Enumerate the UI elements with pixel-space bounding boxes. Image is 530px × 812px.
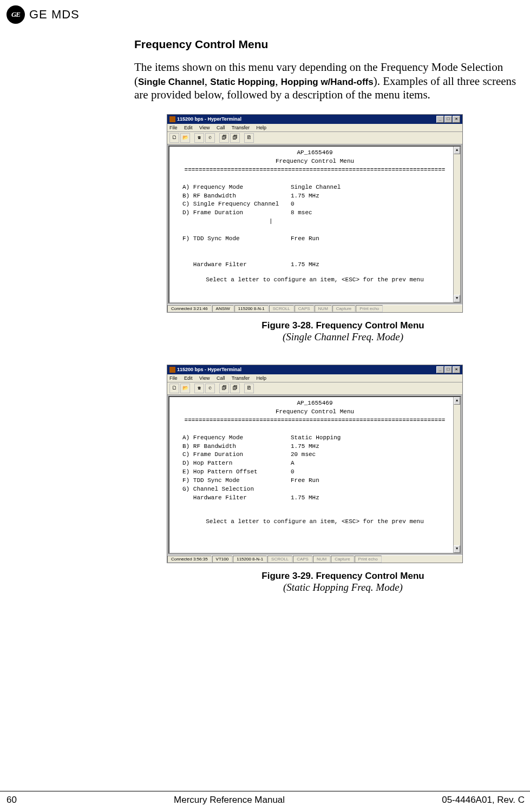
status-scroll: SCROLL bbox=[269, 305, 294, 312]
section-paragraph: The items shown on this menu vary depend… bbox=[134, 61, 519, 102]
separator: , bbox=[275, 75, 281, 88]
toolbar-properties-icon[interactable]: 🖹 bbox=[244, 133, 254, 143]
close-button[interactable]: × bbox=[453, 116, 460, 123]
brand-text: GE MDS bbox=[29, 8, 80, 22]
main-content: Frequency Control Menu The items shown o… bbox=[134, 8, 519, 593]
menu-file[interactable]: File bbox=[169, 125, 178, 130]
minimize-button[interactable]: _ bbox=[436, 116, 444, 123]
toolbar-connect-icon[interactable]: ☎ bbox=[194, 384, 204, 393]
close-button[interactable]: × bbox=[453, 366, 460, 373]
menu-row-c: C) Frame Duration20 msec bbox=[182, 451, 457, 459]
document-page: GE GE MDS Frequency Control Menu The ite… bbox=[0, 0, 530, 812]
terminal-body[interactable]: AP_1655469 Frequency Control Menu ======… bbox=[168, 146, 461, 303]
row-value: Free Run bbox=[291, 235, 319, 243]
toolbar-connect-icon[interactable]: ☎ bbox=[194, 133, 204, 143]
app-icon bbox=[169, 116, 175, 122]
menu-call[interactable]: Call bbox=[217, 125, 225, 130]
menu-row-d: D) Frame Duration8 msec bbox=[182, 209, 457, 217]
page-number: 60 bbox=[0, 795, 17, 806]
toolbar-send-icon[interactable]: 🗐 bbox=[219, 133, 229, 143]
toolbar-disconnect-icon[interactable]: ✆ bbox=[205, 133, 215, 143]
page-footer: 60 Mercury Reference Manual 05-4446A01, … bbox=[0, 791, 530, 806]
toolbar-open-icon[interactable]: 📂 bbox=[180, 384, 190, 393]
terminal-ap-id: AP_1655469 bbox=[173, 399, 457, 408]
terminal-footer-msg: Select a letter to configure an item, <E… bbox=[173, 276, 457, 285]
terminal-rule: ========================================… bbox=[173, 166, 457, 175]
row-value: Free Run bbox=[291, 477, 319, 485]
figure-1-caption: Figure 3-28. Frequency Control Menu (Sin… bbox=[167, 320, 519, 343]
toolbar-disconnect-icon[interactable]: ✆ bbox=[205, 384, 215, 393]
scroll-down-icon[interactable]: ▼ bbox=[454, 295, 460, 302]
menu-row-a: A) Frequency ModeSingle Channel bbox=[182, 183, 457, 192]
status-emulation: ANSIW bbox=[212, 305, 234, 312]
row-label: A) Frequency Mode bbox=[182, 183, 291, 192]
option-static-hopping: Static Hopping bbox=[210, 77, 275, 87]
row-label: F) TDD Sync Mode bbox=[182, 235, 291, 243]
menu-view[interactable]: View bbox=[199, 375, 210, 381]
row-value: Static Hopping bbox=[291, 434, 341, 443]
row-label: F) TDD Sync Mode bbox=[182, 477, 291, 485]
figure-title: Figure 3-28. Frequency Control Menu bbox=[167, 320, 519, 331]
row-label: G) Channel Selection bbox=[182, 485, 291, 494]
status-capture: Capture bbox=[331, 556, 354, 563]
row-label: Hardware Filter bbox=[182, 261, 291, 269]
menu-edit[interactable]: Edit bbox=[184, 375, 193, 381]
menu-transfer[interactable]: Transfer bbox=[232, 375, 250, 381]
terminal-heading: Frequency Control Menu bbox=[173, 157, 457, 166]
maximize-button[interactable]: □ bbox=[444, 116, 452, 123]
status-print: Print echo bbox=[355, 556, 382, 563]
toolbar-properties-icon[interactable]: 🖹 bbox=[244, 384, 254, 393]
menu-help[interactable]: Help bbox=[257, 375, 267, 381]
status-capture: Capture bbox=[332, 305, 355, 312]
maximize-button[interactable]: □ bbox=[444, 366, 452, 373]
app-icon bbox=[169, 367, 175, 373]
toolbar-send-icon[interactable]: 🗐 bbox=[219, 384, 229, 393]
toolbar-new-icon[interactable]: 🗋 bbox=[169, 384, 179, 393]
row-value: Single Channel bbox=[291, 183, 341, 192]
scroll-down-icon[interactable]: ▼ bbox=[454, 545, 460, 553]
row-value: 20 msec bbox=[291, 451, 316, 459]
row-value: 1.75 MHz bbox=[291, 261, 319, 269]
menu-row-a: A) Frequency ModeStatic Hopping bbox=[182, 434, 457, 443]
minimize-button[interactable]: _ bbox=[436, 366, 444, 373]
window-title-bar: 115200 bps - HyperTerminal _ □ × bbox=[167, 115, 462, 124]
terminal-body[interactable]: AP_1655469 Frequency Control Menu ======… bbox=[168, 396, 461, 554]
status-num: NUM bbox=[313, 556, 330, 563]
hyperterminal-window: 115200 bps - HyperTerminal _ □ × File Ed… bbox=[167, 114, 463, 313]
scroll-up-icon[interactable]: ▲ bbox=[454, 397, 460, 405]
terminal-ap-id: AP_1655469 bbox=[173, 149, 457, 157]
row-label: C) Single Frequency Channel bbox=[182, 200, 291, 209]
scrollbar[interactable]: ▲ ▼ bbox=[453, 397, 460, 553]
toolbar-receive-icon[interactable]: 🗐 bbox=[230, 384, 240, 393]
menu-call[interactable]: Call bbox=[217, 375, 225, 381]
menu-file[interactable]: File bbox=[169, 375, 178, 381]
row-label: C) Frame Duration bbox=[182, 451, 291, 459]
row-value: 1.75 MHz bbox=[291, 443, 319, 451]
scrollbar[interactable]: ▲ ▼ bbox=[453, 147, 460, 302]
row-label: D) Frame Duration bbox=[182, 209, 291, 217]
option-single-channel: Single Channel bbox=[138, 77, 205, 87]
revision-id: 05-4446A01, Rev. C bbox=[442, 795, 530, 806]
menu-row-d: D) Hop PatternA bbox=[182, 459, 457, 468]
menu-help[interactable]: Help bbox=[257, 125, 267, 130]
row-label: A) Frequency Mode bbox=[182, 434, 291, 443]
terminal-footer-msg: Select a letter to configure an item, <E… bbox=[173, 518, 457, 526]
row-label: E) Hop Pattern Offset bbox=[182, 468, 291, 477]
menu-row-b: B) RF Bandwidth1.75 MHz bbox=[182, 443, 457, 451]
row-label: B) RF Bandwidth bbox=[182, 443, 291, 451]
row-label: D) Hop Pattern bbox=[182, 459, 291, 468]
toolbar-receive-icon[interactable]: 🗐 bbox=[230, 133, 240, 143]
scroll-up-icon[interactable]: ▲ bbox=[454, 147, 460, 154]
menu-edit[interactable]: Edit bbox=[184, 125, 193, 130]
menu-view[interactable]: View bbox=[199, 125, 210, 130]
row-value: 0 bbox=[291, 468, 295, 477]
status-caps: CAPS bbox=[295, 305, 314, 312]
menu-transfer[interactable]: Transfer bbox=[232, 125, 250, 130]
toolbar-new-icon[interactable]: 🗋 bbox=[169, 133, 179, 143]
status-connected: Connected 3:21:46 bbox=[167, 305, 212, 312]
toolbar-open-icon[interactable]: 📂 bbox=[180, 133, 190, 143]
row-label: B) RF Bandwidth bbox=[182, 192, 291, 201]
status-emulation: VT100 bbox=[212, 556, 233, 563]
row-value: 1.75 MHz bbox=[291, 494, 319, 503]
row-label: Hardware Filter bbox=[182, 494, 291, 503]
